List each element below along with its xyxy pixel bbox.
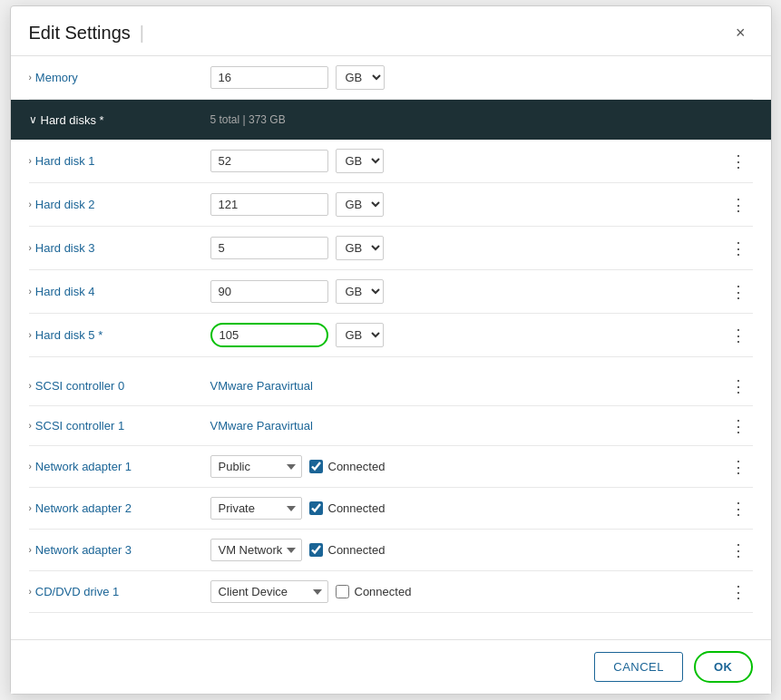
hard-disk-2-row: › Hard disk 2 GB ⋮: [29, 183, 753, 227]
network-adapter-2-content: Private Public VM Network Connected: [210, 497, 726, 520]
memory-value-input[interactable]: [210, 66, 328, 89]
network-adapter-2-connected-checkbox[interactable]: [309, 501, 323, 515]
scsi-controller-0-actions: ⋮: [726, 376, 753, 396]
cddvd-drive-1-label[interactable]: › CD/DVD drive 1: [29, 585, 210, 598]
hard-disk-2-actions: ⋮: [726, 195, 753, 215]
hard-disks-label[interactable]: ∨ Hard disks *: [29, 113, 210, 127]
memory-content: GB MB: [210, 65, 753, 90]
network-adapter-2-network-select[interactable]: Private Public VM Network: [210, 497, 302, 520]
hard-disk-5-row: › Hard disk 5 * GB ⋮: [29, 314, 753, 357]
network-adapter-1-actions: ⋮: [726, 457, 753, 477]
network-adapter-1-content: Public Private VM Network Connected: [210, 455, 726, 478]
hard-disk-1-input[interactable]: [210, 150, 328, 172]
hard-disk-1-row: › Hard disk 1 GB ⋮: [29, 140, 753, 183]
network-adapter-3-connected: Connected: [309, 543, 386, 557]
cddvd-connected-checkbox[interactable]: [336, 585, 349, 598]
scsi-controller-1-label[interactable]: › SCSI controller 1: [29, 419, 210, 433]
network-adapter-3-menu-button[interactable]: ⋮: [725, 540, 753, 560]
network-adapter-2-row: › Network adapter 2 Private Public VM Ne…: [29, 488, 753, 530]
cddvd-drive-1-menu-button[interactable]: ⋮: [725, 582, 753, 602]
hard-disk-2-input[interactable]: [210, 193, 328, 216]
dialog-title: Edit Settings: [29, 23, 145, 44]
dialog-footer: CANCEL OK: [11, 639, 771, 694]
cddvd-device-select[interactable]: Client Device: [210, 580, 328, 603]
hard-disk-3-label[interactable]: › Hard disk 3: [29, 241, 210, 255]
hard-disks-chevron: ∨: [29, 113, 37, 126]
hard-disk-1-actions: ⋮: [726, 151, 753, 171]
hard-disks-section-header: ∨ Hard disks * 5 total | 373 GB: [11, 100, 771, 140]
hard-disk-2-unit[interactable]: GB: [336, 192, 384, 217]
network-adapter-1-connected-checkbox[interactable]: [309, 460, 323, 473]
network-adapter-3-content: VM Network Public Private Connected: [210, 539, 726, 561]
hard-disk-3-content: GB: [210, 236, 726, 260]
hard-disk-5-input[interactable]: [210, 323, 328, 347]
network-adapter-3-connected-checkbox[interactable]: [309, 543, 323, 557]
hard-disk-2-content: GB: [210, 192, 726, 217]
scsi-controller-0-menu-button[interactable]: ⋮: [725, 376, 753, 396]
hard-disk-1-content: GB: [210, 149, 726, 173]
hard-disk-4-label[interactable]: › Hard disk 4: [29, 285, 210, 298]
scsi-controller-1-row: › SCSI controller 1 VMware Paravirtual ⋮: [29, 406, 753, 446]
spacer-1: [29, 357, 753, 366]
hard-disks-summary-content: 5 total | 373 GB: [210, 113, 753, 126]
hard-disk-3-row: › Hard disk 3 GB ⋮: [29, 227, 753, 270]
cddvd-drive-1-actions: ⋮: [726, 582, 753, 602]
hard-disk-1-menu-button[interactable]: ⋮: [725, 151, 753, 171]
hard-disk-3-menu-button[interactable]: ⋮: [725, 238, 753, 258]
hard-disk-4-content: GB: [210, 279, 726, 304]
network-adapter-2-actions: ⋮: [726, 499, 753, 519]
network-adapter-3-actions: ⋮: [726, 540, 753, 560]
hard-disk-5-label[interactable]: › Hard disk 5 *: [29, 328, 210, 342]
network-adapter-2-label[interactable]: › Network adapter 2: [29, 501, 210, 515]
cancel-button[interactable]: CANCEL: [594, 652, 683, 682]
close-button[interactable]: ×: [728, 21, 753, 44]
hard-disk-2-label[interactable]: › Hard disk 2: [29, 198, 210, 211]
memory-row: › Memory GB MB: [29, 56, 753, 100]
hard-disk-4-input[interactable]: [210, 280, 328, 303]
dialog-header: Edit Settings ×: [11, 6, 771, 56]
hard-disk-4-unit[interactable]: GB: [336, 279, 384, 304]
network-adapter-2-menu-button[interactable]: ⋮: [725, 499, 753, 519]
cddvd-drive-1-content: Client Device Connected: [210, 580, 726, 603]
scsi-controller-0-row: › SCSI controller 0 VMware Paravirtual ⋮: [29, 366, 753, 406]
hard-disk-5-unit[interactable]: GB: [336, 323, 384, 347]
network-adapter-1-row: › Network adapter 1 Public Private VM Ne…: [29, 446, 753, 488]
edit-settings-dialog: Edit Settings × › Memory GB MB ∨ Hard di…: [10, 5, 772, 695]
network-adapter-2-connected: Connected: [309, 501, 386, 515]
cddvd-drive-1-row: › CD/DVD drive 1 Client Device Connected…: [29, 571, 753, 613]
memory-chevron: ›: [29, 73, 32, 83]
network-adapter-3-network-select[interactable]: VM Network Public Private: [210, 539, 302, 561]
hard-disk-4-row: › Hard disk 4 GB ⋮: [29, 270, 753, 314]
network-adapter-3-row: › Network adapter 3 VM Network Public Pr…: [29, 530, 753, 571]
hard-disk-3-input[interactable]: [210, 237, 328, 259]
memory-unit-select[interactable]: GB MB: [336, 65, 385, 90]
hard-disk-5-menu-button[interactable]: ⋮: [725, 326, 753, 345]
hard-disk-4-actions: ⋮: [726, 282, 753, 302]
scsi-controller-1-content: VMware Paravirtual: [210, 419, 726, 433]
memory-label[interactable]: › Memory: [29, 71, 210, 84]
ok-button[interactable]: OK: [694, 651, 753, 683]
hard-disk-3-actions: ⋮: [726, 238, 753, 258]
scsi-controller-1-menu-button[interactable]: ⋮: [725, 416, 753, 436]
scsi-controller-1-actions: ⋮: [726, 416, 753, 436]
network-adapter-3-label[interactable]: › Network adapter 3: [29, 543, 210, 557]
network-adapter-1-connected: Connected: [309, 460, 386, 473]
scsi-controller-0-label[interactable]: › SCSI controller 0: [29, 379, 210, 393]
hard-disk-1-unit[interactable]: GB: [336, 149, 384, 173]
scsi-controller-0-content: VMware Paravirtual: [210, 379, 726, 393]
network-adapter-1-menu-button[interactable]: ⋮: [725, 457, 753, 477]
hard-disk-1-label[interactable]: › Hard disk 1: [29, 154, 210, 168]
hard-disk-5-actions: ⋮: [726, 326, 753, 345]
hard-disk-5-content: GB: [210, 323, 726, 347]
network-adapter-1-label[interactable]: › Network adapter 1: [29, 460, 210, 473]
hard-disk-2-menu-button[interactable]: ⋮: [725, 195, 753, 215]
network-adapter-1-network-select[interactable]: Public Private VM Network: [210, 455, 302, 478]
usb-xhci-row: › USB xHCI controller USB 3.1 ⋮: [29, 613, 753, 618]
settings-content: › Memory GB MB ∨ Hard disks * 5 total | …: [11, 56, 771, 618]
hard-disk-3-unit[interactable]: GB: [336, 236, 384, 260]
cddvd-connected: Connected: [336, 585, 412, 598]
hard-disk-4-menu-button[interactable]: ⋮: [725, 282, 753, 302]
